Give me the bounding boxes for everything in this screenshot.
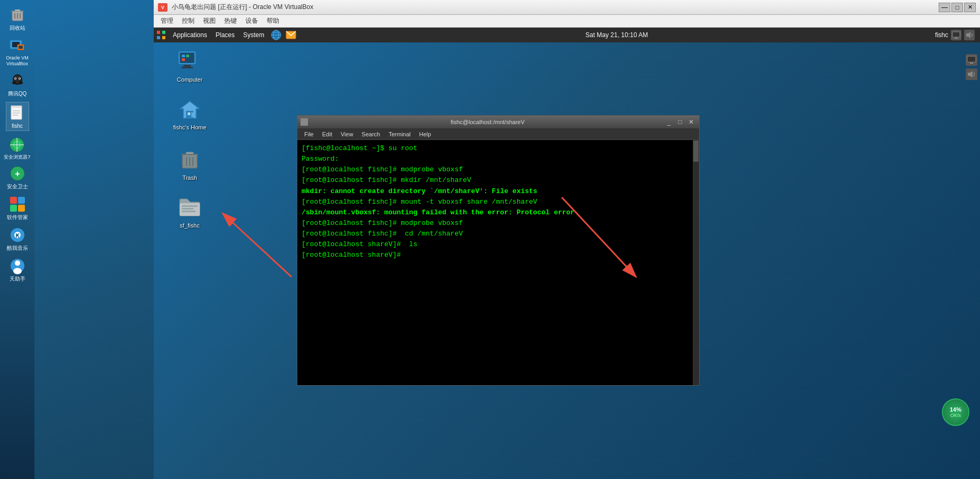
fishc-file-icon: [8, 104, 27, 123]
term-line-9: [root@localhost fishc]# cd /mnt/shareV: [302, 229, 695, 239]
svg-rect-44: [162, 36, 165, 39]
svg-rect-64: [188, 112, 190, 115]
panel-speaker-icon: [964, 30, 975, 40]
tmenu-file[interactable]: File: [300, 130, 318, 138]
svg-point-17: [19, 81, 23, 84]
close-button[interactable]: ✕: [964, 3, 976, 12]
gnome-panel: Applications Places System: [154, 28, 980, 42]
gnome-apps-icon: [156, 30, 166, 40]
tray-monitor-icon[interactable]: [966, 54, 977, 66]
sidebar-browser[interactable]: 安全浏览器7: [4, 135, 30, 160]
trash-icon: [177, 147, 202, 172]
linux-home-icon[interactable]: fishc's Home: [169, 97, 211, 130]
panel-system[interactable]: System: [239, 28, 269, 42]
menu-help[interactable]: 帮助: [262, 15, 284, 27]
terminal-window: fishc@localhost:/mnt/shareV _ □ ✕ File E…: [297, 115, 700, 386]
panel-datetime: Sat May 21, 10:10 AM: [298, 31, 935, 39]
computer-icon: [177, 49, 202, 74]
qq-icon: [8, 71, 27, 90]
sidebar-virtualbox[interactable]: Oracle VM VirtualBox: [0, 36, 34, 67]
menu-hotkey[interactable]: 热键: [220, 15, 241, 27]
svg-rect-42: [162, 31, 165, 34]
linux-computer-icon[interactable]: Computer: [169, 49, 211, 83]
svg-rect-52: [955, 38, 958, 39]
minimize-button[interactable]: —: [939, 3, 950, 12]
svg-point-40: [13, 268, 22, 274]
tmenu-edit[interactable]: Edit: [318, 130, 337, 138]
terminal-content[interactable]: [fishc@localhost ~]$ su root Password: […: [297, 140, 699, 385]
tmenu-help[interactable]: Help: [415, 130, 436, 138]
sidebar-music[interactable]: K 酷我音乐: [7, 225, 28, 252]
sidebar-assistant[interactable]: 天助手: [8, 256, 27, 283]
svg-rect-65: [191, 112, 194, 117]
qq-label: 腾讯QQ: [8, 90, 27, 98]
terminal-close[interactable]: ✕: [686, 118, 696, 126]
globe-icon-1[interactable]: [270, 29, 282, 41]
svg-rect-61: [182, 58, 185, 61]
sidebar-security[interactable]: + 安全卫士: [7, 164, 28, 190]
virtualbox-label: Oracle VM VirtualBox: [0, 55, 34, 67]
terminal-scrollbar[interactable]: [693, 140, 699, 385]
tmenu-view[interactable]: View: [337, 130, 358, 138]
svg-rect-74: [182, 208, 193, 210]
menu-view[interactable]: 视图: [199, 15, 220, 27]
vbox-app-icon: V: [158, 3, 167, 12]
panel-applications[interactable]: Applications: [169, 28, 211, 42]
menu-devices[interactable]: 设备: [241, 15, 262, 27]
svg-rect-57: [181, 67, 193, 68]
sidebar-qq[interactable]: 腾讯QQ: [8, 71, 27, 98]
svg-rect-30: [10, 197, 17, 204]
svg-rect-51: [952, 32, 960, 37]
tray-speaker-icon[interactable]: [966, 68, 977, 80]
panel-tray-icons: [966, 54, 977, 80]
terminal-minimize[interactable]: _: [664, 118, 674, 126]
browser-icon: [7, 135, 27, 154]
terminal-maximize[interactable]: □: [675, 118, 685, 126]
recycle-icon: [8, 5, 27, 24]
svg-point-39: [15, 260, 20, 266]
term-line-1: [fishc@localhost ~]$ su root: [302, 143, 695, 154]
panel-places[interactable]: Places: [211, 28, 239, 42]
envelope-icon[interactable]: [285, 29, 297, 41]
terminal-controls[interactable]: _ □ ✕: [664, 118, 696, 126]
tmenu-search[interactable]: Search: [357, 130, 384, 138]
menu-control[interactable]: 控制: [178, 15, 199, 27]
linux-sf-folder-icon[interactable]: sf_fishc: [169, 195, 211, 229]
assistant-label: 天助手: [10, 275, 25, 283]
sf-folder-label: sf_fishc: [180, 222, 199, 229]
svg-rect-33: [18, 205, 25, 212]
menu-manage[interactable]: 管理: [156, 15, 178, 27]
scrollbar-thumb[interactable]: [693, 141, 699, 162]
maximize-button[interactable]: □: [951, 3, 963, 12]
vbox-titlebar: V 小鸟龟老出问题 [正在运行] - Oracle VM VirtualBox …: [154, 0, 980, 15]
sidebar-recycle-bin[interactable]: 回收站: [8, 5, 27, 32]
svg-rect-19: [11, 106, 22, 108]
arrow-to-folder: [196, 187, 302, 282]
term-line-5: mkdir: cannot create directory `/mnt/sha…: [302, 186, 695, 197]
security-label: 安全卫士: [7, 183, 28, 190]
music-icon: K: [8, 225, 27, 245]
vbox-menubar: 管理 控制 视图 热键 设备 帮助: [154, 15, 980, 28]
panel-username: fishc: [935, 31, 948, 39]
svg-text:K: K: [15, 233, 20, 239]
svg-rect-73: [182, 205, 198, 207]
svg-rect-41: [157, 31, 160, 34]
software-label: 软件管家: [7, 214, 28, 221]
svg-rect-60: [186, 55, 189, 57]
svg-rect-43: [157, 36, 160, 39]
sidebar-software[interactable]: 软件管家: [7, 195, 28, 221]
net-label: OK/s: [950, 413, 961, 418]
svg-rect-59: [182, 55, 185, 57]
software-icon: [8, 195, 27, 214]
term-line-6: [root@localhost fishc]# mount -t vboxsf …: [302, 197, 695, 207]
win-controls[interactable]: — □ ✕: [939, 3, 976, 12]
tmenu-terminal[interactable]: Terminal: [384, 130, 415, 138]
term-line-3: [root@localhost fishc]# modprobe vboxsf: [302, 164, 695, 175]
linux-trash-icon[interactable]: Trash: [169, 147, 211, 181]
sidebar-fishc-file[interactable]: fishc: [6, 102, 29, 131]
security-icon: +: [8, 164, 27, 183]
panel-monitor-icon: [951, 30, 961, 40]
virtualbox-icon: [8, 36, 27, 55]
home-label: fishc's Home: [173, 124, 207, 130]
svg-point-14: [15, 78, 16, 79]
